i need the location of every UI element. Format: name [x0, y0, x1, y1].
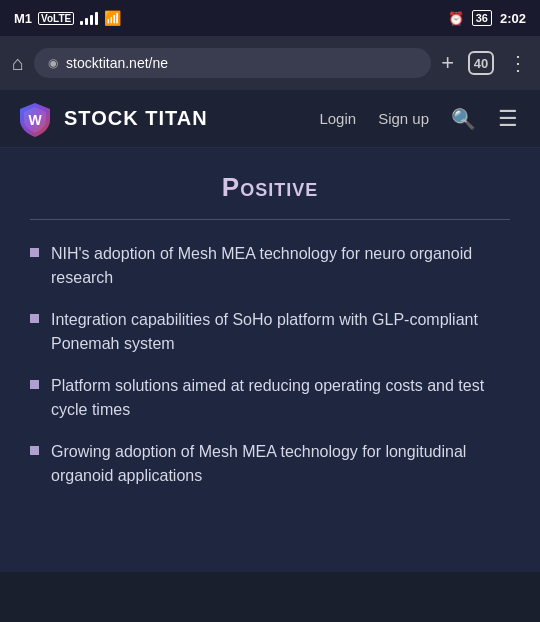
section-title: Positive — [30, 172, 510, 203]
bullet-icon — [30, 248, 39, 257]
home-button[interactable]: ⌂ — [12, 52, 24, 75]
status-bar: M1 VoLTE 📶 ⏰ 36 2:02 — [0, 0, 540, 36]
add-tab-button[interactable]: + — [441, 50, 454, 76]
login-link[interactable]: Login — [313, 106, 362, 131]
list-item: Platform solutions aimed at reducing ope… — [30, 374, 510, 422]
svg-text:W: W — [28, 112, 42, 128]
wifi-icon: 📶 — [104, 10, 121, 26]
nav-links: Login Sign up 🔍 ☰ — [313, 102, 524, 136]
browser-menu-button[interactable]: ⋮ — [508, 51, 528, 75]
bullet-text: NIH's adoption of Mesh MEA technology fo… — [51, 242, 510, 290]
url-text: stocktitan.net/ne — [66, 55, 168, 71]
bullet-text: Integration capabilities of SoHo platfor… — [51, 308, 510, 356]
bullet-icon — [30, 380, 39, 389]
signal-icon — [80, 11, 98, 25]
carrier-label: M1 — [14, 11, 32, 26]
section-title-text: Positive — [222, 172, 318, 202]
browser-bar: ⌂ ◉ stocktitan.net/ne + 40 ⋮ — [0, 36, 540, 90]
browser-actions: + 40 ⋮ — [441, 50, 528, 76]
divider — [30, 219, 510, 220]
status-left: M1 VoLTE 📶 — [14, 10, 121, 26]
site-info-icon: ◉ — [48, 56, 58, 70]
tab-count-button[interactable]: 40 — [468, 51, 494, 75]
logo-shield-icon: W — [16, 100, 54, 138]
volte-badge: VoLTE — [38, 12, 74, 25]
nav-bar: W STOCK TITAN Login Sign up 🔍 ☰ — [0, 90, 540, 148]
signup-link[interactable]: Sign up — [372, 106, 435, 131]
logo-text: STOCK TITAN — [64, 107, 208, 130]
bullet-text: Growing adoption of Mesh MEA technology … — [51, 440, 510, 488]
bullet-icon — [30, 446, 39, 455]
logo-container: W STOCK TITAN — [16, 100, 313, 138]
list-item: NIH's adoption of Mesh MEA technology fo… — [30, 242, 510, 290]
main-content: Positive NIH's adoption of Mesh MEA tech… — [0, 148, 540, 572]
time-display: 2:02 — [500, 11, 526, 26]
bullet-text: Platform solutions aimed at reducing ope… — [51, 374, 510, 422]
list-item: Integration capabilities of SoHo platfor… — [30, 308, 510, 356]
battery-icon: 36 — [472, 10, 492, 26]
bullet-list: NIH's adoption of Mesh MEA technology fo… — [30, 242, 510, 488]
bullet-icon — [30, 314, 39, 323]
search-icon[interactable]: 🔍 — [445, 103, 482, 135]
url-bar[interactable]: ◉ stocktitan.net/ne — [34, 48, 431, 78]
list-item: Growing adoption of Mesh MEA technology … — [30, 440, 510, 488]
alarm-icon: ⏰ — [448, 11, 464, 26]
hamburger-menu-icon[interactable]: ☰ — [492, 102, 524, 136]
status-right: ⏰ 36 2:02 — [448, 10, 526, 26]
